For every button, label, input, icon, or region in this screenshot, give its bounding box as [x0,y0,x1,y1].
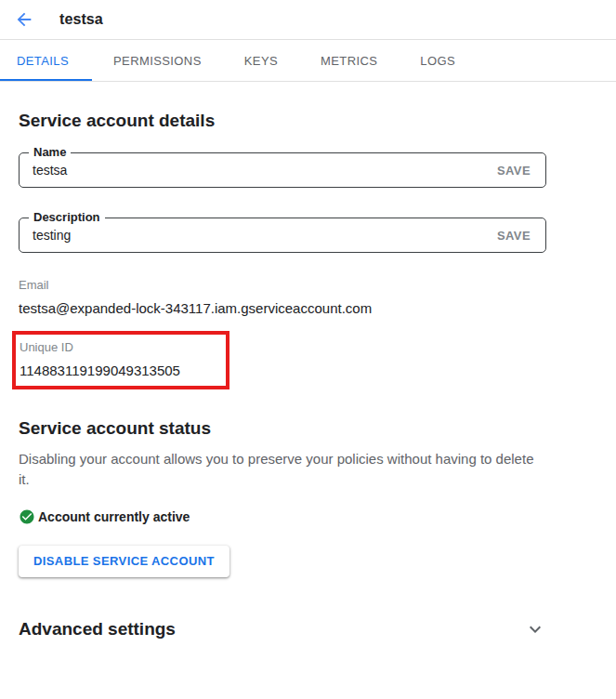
description-field-label: Description [29,210,105,225]
main-content: Service account details Name SAVE Descri… [0,110,616,640]
name-save-button[interactable]: SAVE [490,164,545,178]
unique-id-value: 114883119199049313505 [20,362,222,380]
back-button[interactable] [13,8,35,31]
details-heading: Service account details [19,110,597,132]
unique-id-label: Unique ID [20,339,222,356]
description-input[interactable] [20,228,490,243]
description-field: Description SAVE [19,218,546,253]
name-field: Name SAVE [19,152,546,188]
status-heading: Service account status [19,417,597,440]
tab-logs[interactable]: LOGS [399,40,477,81]
advanced-settings-heading: Advanced settings [19,618,176,640]
status-description: Disabling your account allows you to pre… [19,449,534,490]
tab-keys[interactable]: KEYS [223,40,299,81]
status-row: Account currently active [19,508,597,525]
tab-metrics[interactable]: METRICS [299,40,399,81]
page-title: testsa [59,11,103,28]
email-value: testsa@expanded-lock-343117.iam.gservice… [19,299,597,318]
check-circle-icon [19,508,35,525]
description-save-button[interactable]: SAVE [490,229,545,243]
tab-bar: DETAILS PERMISSIONS KEYS METRICS LOGS [0,40,616,82]
chevron-down-icon[interactable] [524,618,546,640]
disable-service-account-button[interactable]: DISABLE SERVICE ACCOUNT [19,546,229,577]
tab-permissions[interactable]: PERMISSIONS [92,40,223,81]
arrow-back-icon [14,9,34,30]
service-account-details-page: testsa DETAILS PERMISSIONS KEYS METRICS … [0,0,616,699]
status-state-label: Account currently active [38,509,190,524]
tab-details[interactable]: DETAILS [0,40,92,81]
unique-id-highlight-box: Unique ID 114883119199049313505 [12,331,229,389]
advanced-settings-row[interactable]: Advanced settings [19,618,546,640]
name-field-label: Name [29,145,71,160]
email-label: Email [19,277,597,294]
header: testsa [0,0,616,40]
name-input[interactable] [20,163,490,178]
